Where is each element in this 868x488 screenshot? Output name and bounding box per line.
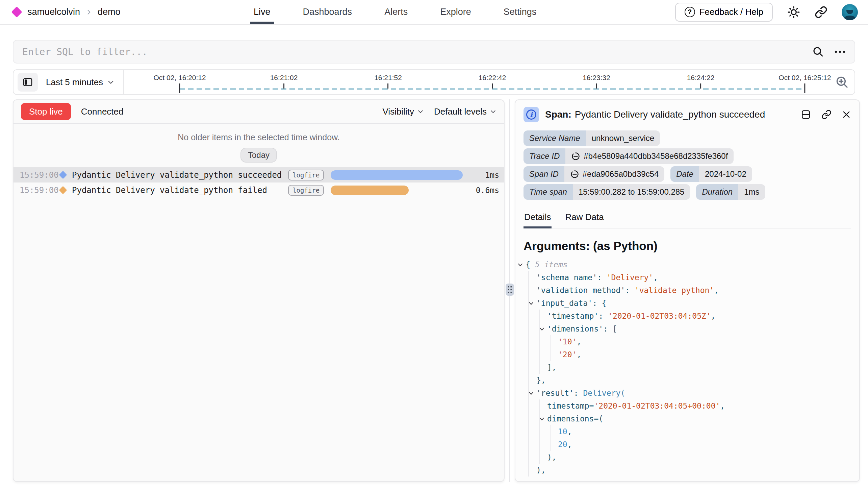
time-range-label: Last 5 minutes — [46, 77, 103, 88]
chevron-right-icon — [85, 9, 92, 16]
chevron-down-icon — [490, 108, 496, 115]
indent-guide — [539, 399, 540, 412]
timeline-tick-mark — [283, 83, 284, 89]
code-token: '2020-01-02T03:04:05Z' — [608, 312, 711, 320]
code-line: 10, — [524, 425, 851, 438]
badge-value-text: unknown_service — [592, 133, 654, 143]
indent-guide — [528, 374, 529, 387]
share-link-button[interactable] — [815, 6, 827, 19]
dock-panel-icon[interactable] — [800, 109, 811, 120]
log-row-time: 15:59:00 — [20, 186, 57, 195]
code-token: , — [653, 273, 658, 282]
stop-live-button[interactable]: Stop live — [21, 103, 71, 120]
log-row[interactable]: 15:59:00Pydantic Delivery validate_pytho… — [14, 182, 504, 198]
sql-filter-input[interactable] — [22, 46, 812, 57]
more-options-icon[interactable] — [834, 50, 846, 54]
indent-guide — [528, 284, 529, 297]
code-line: ), — [524, 451, 851, 464]
timeline-tick: 16:23:32 — [583, 74, 610, 89]
code-line: 20, — [524, 438, 851, 451]
code-token: 5 items — [535, 260, 568, 269]
top-bar: samuelcolvin demo LiveDashboardsAlertsEx… — [0, 0, 868, 25]
panel-resize-handle[interactable] — [506, 284, 514, 296]
log-row-duration: 1ms — [463, 171, 499, 179]
code-token: '20' — [558, 350, 577, 359]
code-token: : — [574, 389, 583, 397]
badge-value-text: #eda9065a0bd39c54 — [583, 169, 659, 179]
badge-duration: Duration1ms — [696, 184, 765, 200]
user-avatar[interactable] — [842, 4, 858, 20]
time-range-dropdown[interactable]: Last 5 minutes — [46, 77, 114, 88]
collapse-chevron-icon[interactable] — [539, 326, 545, 332]
badge-span-id: Span ID#eda9065a0bd39c54 — [524, 166, 664, 182]
duration-bar — [331, 170, 463, 180]
badge-label: Trace ID — [524, 148, 565, 164]
tab-raw-data[interactable]: Raw Data — [564, 209, 604, 228]
timeline[interactable]: Oct 02, 16:20:1216:21:0216:21:5216:22:42… — [124, 70, 830, 94]
timeline-tick-label: Oct 02, 16:25:12 — [778, 74, 831, 82]
span-title-text: Pydantic Delivery validate_python succee… — [575, 109, 765, 120]
badge-value-text: 1ms — [744, 187, 759, 197]
log-row-message: Pydantic Delivery validate_python succee… — [72, 170, 288, 180]
code-token: 'schema_name' — [536, 273, 597, 282]
badge-value: 1ms — [738, 184, 765, 200]
chevron-down-icon — [417, 108, 424, 115]
timeline-tick-label: 16:22:42 — [479, 74, 506, 82]
indent-guide — [528, 451, 529, 464]
duration-bar — [331, 186, 409, 195]
link-circle-icon[interactable] — [571, 152, 580, 161]
timeline-tick-mark — [388, 83, 389, 89]
sql-filter-bar — [13, 40, 855, 64]
log-row[interactable]: 15:59:00Pydantic Delivery validate_pytho… — [14, 167, 504, 182]
collapse-chevron-icon[interactable] — [528, 390, 534, 396]
theme-toggle-button[interactable] — [787, 5, 800, 19]
breadcrumb-org[interactable]: samuelcolvin — [27, 7, 80, 17]
timeline-tick: Oct 02, 16:20:12 — [153, 74, 206, 89]
indent-guide — [528, 438, 529, 451]
badge-row: Span ID#eda9065a0bd39c54Date2024-10-02 — [524, 166, 851, 182]
link-circle-icon[interactable] — [570, 170, 579, 179]
link-icon — [815, 6, 827, 19]
badge-label: Service Name — [524, 130, 586, 146]
indent-guide — [539, 451, 540, 464]
timeline-tick-mark — [805, 83, 806, 93]
timeline-tick-mark — [492, 83, 493, 89]
close-icon[interactable] — [842, 110, 851, 119]
scope-tag-badge[interactable]: logfire — [288, 185, 324, 196]
connection-status: Connected — [81, 106, 124, 117]
indent-guide — [539, 335, 540, 348]
breadcrumb-project[interactable]: demo — [98, 7, 121, 17]
log-row-message: Pydantic Delivery validate_python failed — [72, 186, 288, 195]
collapse-chevron-icon[interactable] — [539, 416, 545, 422]
sidebar-toggle-button[interactable] — [18, 73, 38, 92]
nav-item-live[interactable]: Live — [252, 0, 273, 24]
badge-value: #b4e5809a440dbb3458e68d2335fe360f — [565, 148, 734, 164]
copy-link-icon[interactable] — [821, 109, 832, 120]
timeline-zoom-button[interactable] — [835, 75, 849, 89]
nav-item-explore[interactable]: Explore — [438, 0, 473, 24]
code-token: ], — [547, 363, 557, 372]
tab-details[interactable]: Details — [524, 209, 552, 228]
feedback-help-button[interactable]: ? Feedback / Help — [675, 3, 773, 22]
nav-item-settings[interactable]: Settings — [502, 0, 539, 24]
code-line: '20', — [524, 348, 851, 361]
visibility-dropdown[interactable]: Visibility — [382, 106, 424, 117]
collapse-chevron-icon[interactable] — [528, 300, 534, 306]
timeline-tick-mark — [596, 83, 597, 89]
span-detail-panel: i Span:Pydantic Delivery validate_python… — [515, 99, 860, 482]
search-icon[interactable] — [812, 46, 824, 58]
question-icon: ? — [685, 7, 695, 17]
collapse-chevron-icon[interactable] — [517, 262, 523, 268]
indent-guide — [528, 412, 529, 425]
code-token: }, — [536, 376, 546, 385]
today-badge[interactable]: Today — [240, 148, 277, 163]
span-level-chip: i — [524, 107, 539, 122]
code-token: : — [598, 312, 608, 320]
default-levels-dropdown[interactable]: Default levels — [434, 106, 496, 117]
nav-item-alerts[interactable]: Alerts — [382, 0, 410, 24]
code-line: ], — [524, 361, 851, 374]
code-line: 'validation_method': 'validate_python', — [524, 284, 851, 297]
nav-item-dashboards[interactable]: Dashboards — [301, 0, 354, 24]
code-line: 'input_data': { — [524, 297, 851, 310]
scope-tag-badge[interactable]: logfire — [288, 170, 324, 180]
